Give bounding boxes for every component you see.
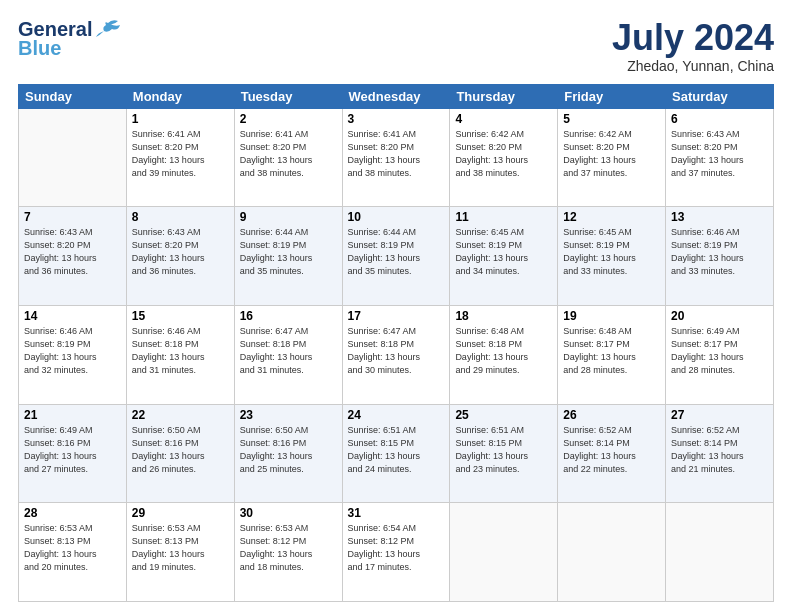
table-row: 21Sunrise: 6:49 AM Sunset: 8:16 PM Dayli… (19, 404, 127, 503)
day-number: 5 (563, 112, 660, 126)
day-info: Sunrise: 6:44 AM Sunset: 8:19 PM Dayligh… (348, 226, 445, 278)
day-number: 10 (348, 210, 445, 224)
day-info: Sunrise: 6:46 AM Sunset: 8:18 PM Dayligh… (132, 325, 229, 377)
day-info: Sunrise: 6:44 AM Sunset: 8:19 PM Dayligh… (240, 226, 337, 278)
table-row: 22Sunrise: 6:50 AM Sunset: 8:16 PM Dayli… (126, 404, 234, 503)
calendar-header-row: Sunday Monday Tuesday Wednesday Thursday… (19, 84, 774, 108)
day-number: 21 (24, 408, 121, 422)
table-row: 30Sunrise: 6:53 AM Sunset: 8:12 PM Dayli… (234, 503, 342, 602)
table-row (19, 108, 127, 207)
col-friday: Friday (558, 84, 666, 108)
logo-bird-icon (94, 19, 122, 39)
day-number: 22 (132, 408, 229, 422)
table-row: 31Sunrise: 6:54 AM Sunset: 8:12 PM Dayli… (342, 503, 450, 602)
day-info: Sunrise: 6:47 AM Sunset: 8:18 PM Dayligh… (348, 325, 445, 377)
day-info: Sunrise: 6:46 AM Sunset: 8:19 PM Dayligh… (24, 325, 121, 377)
day-number: 25 (455, 408, 552, 422)
day-info: Sunrise: 6:52 AM Sunset: 8:14 PM Dayligh… (563, 424, 660, 476)
header: General Blue July 2024 Zhedao, Yunnan, C… (18, 18, 774, 74)
day-number: 23 (240, 408, 337, 422)
table-row: 18Sunrise: 6:48 AM Sunset: 8:18 PM Dayli… (450, 305, 558, 404)
day-info: Sunrise: 6:46 AM Sunset: 8:19 PM Dayligh… (671, 226, 768, 278)
day-number: 30 (240, 506, 337, 520)
calendar-week-row: 28Sunrise: 6:53 AM Sunset: 8:13 PM Dayli… (19, 503, 774, 602)
day-info: Sunrise: 6:42 AM Sunset: 8:20 PM Dayligh… (563, 128, 660, 180)
day-number: 2 (240, 112, 337, 126)
day-info: Sunrise: 6:45 AM Sunset: 8:19 PM Dayligh… (563, 226, 660, 278)
title-block: July 2024 Zhedao, Yunnan, China (612, 18, 774, 74)
table-row: 23Sunrise: 6:50 AM Sunset: 8:16 PM Dayli… (234, 404, 342, 503)
day-info: Sunrise: 6:42 AM Sunset: 8:20 PM Dayligh… (455, 128, 552, 180)
calendar-week-row: 1Sunrise: 6:41 AM Sunset: 8:20 PM Daylig… (19, 108, 774, 207)
table-row: 29Sunrise: 6:53 AM Sunset: 8:13 PM Dayli… (126, 503, 234, 602)
day-info: Sunrise: 6:43 AM Sunset: 8:20 PM Dayligh… (671, 128, 768, 180)
table-row: 2Sunrise: 6:41 AM Sunset: 8:20 PM Daylig… (234, 108, 342, 207)
day-number: 12 (563, 210, 660, 224)
day-info: Sunrise: 6:43 AM Sunset: 8:20 PM Dayligh… (132, 226, 229, 278)
day-number: 7 (24, 210, 121, 224)
table-row: 24Sunrise: 6:51 AM Sunset: 8:15 PM Dayli… (342, 404, 450, 503)
table-row: 15Sunrise: 6:46 AM Sunset: 8:18 PM Dayli… (126, 305, 234, 404)
day-info: Sunrise: 6:53 AM Sunset: 8:12 PM Dayligh… (240, 522, 337, 574)
day-info: Sunrise: 6:41 AM Sunset: 8:20 PM Dayligh… (240, 128, 337, 180)
day-info: Sunrise: 6:41 AM Sunset: 8:20 PM Dayligh… (132, 128, 229, 180)
table-row (558, 503, 666, 602)
table-row (450, 503, 558, 602)
table-row: 13Sunrise: 6:46 AM Sunset: 8:19 PM Dayli… (666, 207, 774, 306)
table-row: 20Sunrise: 6:49 AM Sunset: 8:17 PM Dayli… (666, 305, 774, 404)
table-row: 9Sunrise: 6:44 AM Sunset: 8:19 PM Daylig… (234, 207, 342, 306)
day-number: 17 (348, 309, 445, 323)
day-info: Sunrise: 6:50 AM Sunset: 8:16 PM Dayligh… (240, 424, 337, 476)
table-row: 28Sunrise: 6:53 AM Sunset: 8:13 PM Dayli… (19, 503, 127, 602)
table-row: 3Sunrise: 6:41 AM Sunset: 8:20 PM Daylig… (342, 108, 450, 207)
day-info: Sunrise: 6:45 AM Sunset: 8:19 PM Dayligh… (455, 226, 552, 278)
day-number: 26 (563, 408, 660, 422)
table-row: 27Sunrise: 6:52 AM Sunset: 8:14 PM Dayli… (666, 404, 774, 503)
day-number: 31 (348, 506, 445, 520)
day-info: Sunrise: 6:54 AM Sunset: 8:12 PM Dayligh… (348, 522, 445, 574)
day-info: Sunrise: 6:53 AM Sunset: 8:13 PM Dayligh… (132, 522, 229, 574)
table-row: 5Sunrise: 6:42 AM Sunset: 8:20 PM Daylig… (558, 108, 666, 207)
calendar-week-row: 7Sunrise: 6:43 AM Sunset: 8:20 PM Daylig… (19, 207, 774, 306)
day-number: 20 (671, 309, 768, 323)
logo: General Blue (18, 18, 122, 60)
col-tuesday: Tuesday (234, 84, 342, 108)
table-row: 17Sunrise: 6:47 AM Sunset: 8:18 PM Dayli… (342, 305, 450, 404)
day-info: Sunrise: 6:52 AM Sunset: 8:14 PM Dayligh… (671, 424, 768, 476)
day-info: Sunrise: 6:48 AM Sunset: 8:17 PM Dayligh… (563, 325, 660, 377)
location: Zhedao, Yunnan, China (612, 58, 774, 74)
col-monday: Monday (126, 84, 234, 108)
day-number: 24 (348, 408, 445, 422)
day-number: 13 (671, 210, 768, 224)
day-number: 6 (671, 112, 768, 126)
logo-blue: Blue (18, 37, 61, 60)
col-saturday: Saturday (666, 84, 774, 108)
table-row: 8Sunrise: 6:43 AM Sunset: 8:20 PM Daylig… (126, 207, 234, 306)
day-number: 11 (455, 210, 552, 224)
table-row: 12Sunrise: 6:45 AM Sunset: 8:19 PM Dayli… (558, 207, 666, 306)
calendar-week-row: 14Sunrise: 6:46 AM Sunset: 8:19 PM Dayli… (19, 305, 774, 404)
day-number: 4 (455, 112, 552, 126)
table-row: 16Sunrise: 6:47 AM Sunset: 8:18 PM Dayli… (234, 305, 342, 404)
table-row: 6Sunrise: 6:43 AM Sunset: 8:20 PM Daylig… (666, 108, 774, 207)
day-info: Sunrise: 6:51 AM Sunset: 8:15 PM Dayligh… (455, 424, 552, 476)
day-number: 19 (563, 309, 660, 323)
day-number: 29 (132, 506, 229, 520)
table-row: 7Sunrise: 6:43 AM Sunset: 8:20 PM Daylig… (19, 207, 127, 306)
table-row: 26Sunrise: 6:52 AM Sunset: 8:14 PM Dayli… (558, 404, 666, 503)
table-row (666, 503, 774, 602)
day-info: Sunrise: 6:41 AM Sunset: 8:20 PM Dayligh… (348, 128, 445, 180)
table-row: 25Sunrise: 6:51 AM Sunset: 8:15 PM Dayli… (450, 404, 558, 503)
day-number: 16 (240, 309, 337, 323)
day-info: Sunrise: 6:48 AM Sunset: 8:18 PM Dayligh… (455, 325, 552, 377)
table-row: 4Sunrise: 6:42 AM Sunset: 8:20 PM Daylig… (450, 108, 558, 207)
day-info: Sunrise: 6:49 AM Sunset: 8:17 PM Dayligh… (671, 325, 768, 377)
day-number: 8 (132, 210, 229, 224)
table-row: 14Sunrise: 6:46 AM Sunset: 8:19 PM Dayli… (19, 305, 127, 404)
month-title: July 2024 (612, 18, 774, 58)
day-number: 3 (348, 112, 445, 126)
day-number: 18 (455, 309, 552, 323)
day-number: 15 (132, 309, 229, 323)
day-number: 27 (671, 408, 768, 422)
col-thursday: Thursday (450, 84, 558, 108)
